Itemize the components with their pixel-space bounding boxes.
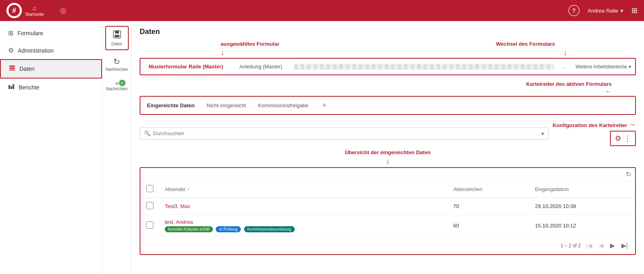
icon-bar: Daten ↻ Nachreichen 0 ✉ Nachrichten — [102, 21, 132, 274]
annotation-uebersicht-text: Übersicht der eingereichten Daten — [345, 149, 431, 155]
refresh-row: ↻ — [140, 168, 635, 181]
home-nav-item[interactable]: ⌂ Startseite — [25, 4, 44, 17]
pin-icon[interactable]: ◎ — [60, 6, 66, 15]
row1-checkbox[interactable] — [146, 202, 153, 209]
uebersicht-arrow: ↓ — [140, 157, 636, 166]
sidebar-item-administration[interactable]: ⚙ Administration — [0, 42, 102, 59]
berichte-icon — [8, 83, 15, 91]
row1-eingangsdatum: 29.10.2020 10:38 — [529, 198, 635, 215]
search-icon: 🔍 — [144, 130, 151, 136]
navbar: # ⌂ Startseite ◎ ? Andrea Raile ▾ ⊞ — [0, 0, 644, 21]
sidebar-item-berichte[interactable]: Berichte — [0, 79, 102, 96]
arrow-ausgewaehlt: ↓ — [221, 49, 224, 57]
logo-area: # ⌂ Startseite — [6, 3, 44, 18]
arrow-wechsel: ↓ — [563, 49, 567, 57]
row2-tags: formelle Kriterien erfüllt in Prüfung Ko… — [165, 225, 442, 232]
data-table: Absender ↑ Aktenzeichen Eingangsdatum Te… — [140, 181, 635, 237]
form-tabs: Musterformular Raile (Master) Anleitung … — [140, 59, 635, 74]
iconbar-nachreichen-icon: ↻ — [113, 57, 120, 66]
daten-icon — [9, 65, 15, 73]
save-svg-icon — [113, 30, 121, 39]
config-icons-box: ⚙ ⋮ — [610, 131, 636, 146]
select-all-checkbox[interactable] — [146, 185, 153, 192]
data-tabs-container: Eingereichte Daten Nicht eingereicht Kom… — [140, 96, 636, 115]
row1-absender: Test3, Max — [159, 198, 448, 215]
grid-button[interactable]: ⊞ — [631, 6, 638, 15]
navbar-right: ? Andrea Raile ▾ ⊞ — [568, 5, 638, 16]
tag-pruefung: in Prüfung — [216, 226, 241, 232]
svg-rect-9 — [115, 31, 119, 34]
iconbar-nachrichten-label: Nachrichten — [106, 87, 128, 91]
svg-text:#: # — [12, 6, 16, 15]
data-tab-kommission[interactable]: Kommissionsfreigabe — [258, 101, 308, 110]
sidebar-label-daten: Daten — [19, 66, 34, 72]
user-name: Andrea Raile — [588, 8, 618, 14]
iconbar-nachrichten-icon: ✉ — [115, 81, 119, 86]
form-tabs-container: Musterformular Raile (Master) Anleitung … — [140, 58, 636, 75]
form-tab-gray-bar — [294, 64, 554, 70]
row2-absender-link[interactable]: test, Andrea — [165, 219, 193, 225]
iconbar-nachrichten[interactable]: 0 ✉ Nachrichten — [105, 78, 129, 94]
sidebar-item-formulare[interactable]: ⊞ Formulare — [0, 24, 102, 42]
row2-eingangsdatum: 15.10.2020 10:12 — [529, 215, 635, 237]
nachrichten-badge: 0 — [119, 80, 125, 86]
logo-icon: # — [6, 3, 22, 18]
top-annotations: ausgewähltes Formular Wechsel des Formul… — [140, 41, 636, 49]
data-table-container: ↻ Absender ↑ Aktenzeichen Eingangsdatum — [140, 167, 636, 255]
iconbar-daten-label: Daten — [111, 42, 122, 46]
annotation-konfiguration: Konfiguration des Karteireiter → — [553, 121, 636, 129]
search-dropdown-icon[interactable]: ▾ — [541, 130, 544, 137]
karteireiter-arrow: ← — [140, 88, 636, 95]
data-tab-add-button[interactable]: + — [322, 101, 327, 110]
sidebar-item-daten[interactable]: Daten — [0, 59, 102, 79]
annotation-karteireiter: Karteireiter des aktiven Formulars — [526, 81, 612, 87]
settings-icon[interactable]: ⚙ — [615, 134, 621, 143]
svg-rect-3 — [9, 68, 15, 69]
svg-rect-2 — [9, 66, 15, 67]
arrow-uebersicht: ↓ — [386, 157, 390, 165]
table-row: test, Andrea formelle Kriterien erfüllt … — [140, 215, 635, 237]
form-tab-arrows: ↓ ↓ — [140, 49, 636, 58]
svg-rect-5 — [9, 85, 10, 89]
col-eingangsdatum: Eingangsdatum — [529, 181, 635, 198]
col-aktenzeichen: Aktenzeichen — [448, 181, 529, 198]
svg-rect-7 — [13, 84, 14, 89]
form-tab-muster[interactable]: Musterformular Raile (Master) — [145, 61, 227, 72]
row2-aktenzeichen: 60 — [448, 215, 529, 237]
svg-rect-10 — [115, 35, 119, 37]
row1-checkbox-cell — [140, 198, 159, 215]
search-and-config-row: 🔍 ▾ Konfiguration des Karteireiter → ⚙ ⋮ — [140, 121, 636, 146]
hash-logo-svg: # — [9, 5, 20, 16]
row1-absender-link[interactable]: Test3, Max — [165, 203, 190, 209]
iconbar-nachreichen-label: Nachreichen — [105, 67, 128, 72]
sidebar: ⊞ Formulare ⚙ Administration Daten — [0, 21, 102, 274]
tag-kommissionsbeurteilung: Kommissionsbeurteilung — [244, 226, 295, 232]
svg-rect-4 — [9, 70, 15, 70]
iconbar-daten[interactable]: Daten — [105, 26, 129, 50]
help-button[interactable]: ? — [568, 5, 580, 16]
form-tab-more[interactable]: Weitere Arbeitsbereiche ▾ — [576, 64, 631, 70]
tag-formelle: formelle Kriterien erfüllt — [165, 226, 213, 232]
pagination-next[interactable]: ▶ — [608, 241, 616, 250]
table-body: Test3, Max 70 29.10.2020 10:38 test, And… — [140, 198, 635, 237]
row2-checkbox[interactable] — [146, 221, 153, 229]
main-panel: Daten ausgewähltes Formular Wechsel des … — [132, 21, 644, 274]
pagination-last[interactable]: ▶| — [620, 241, 629, 250]
config-area: Konfiguration des Karteireiter → ⚙ ⋮ — [553, 121, 636, 146]
form-tab-anleitung[interactable]: Anleitung (Master) — [235, 61, 286, 72]
pagination-prev[interactable]: ◀ — [597, 241, 605, 250]
data-tab-nicht[interactable]: Nicht eingereicht — [207, 101, 246, 110]
pagination-first[interactable]: |◀ — [584, 241, 594, 250]
berichte-svg-icon — [8, 83, 15, 90]
col-absender[interactable]: Absender ↑ — [159, 181, 448, 198]
uebersicht-annotation: Übersicht der eingereichten Daten — [140, 149, 636, 155]
refresh-icon[interactable]: ↻ — [626, 170, 631, 178]
user-menu[interactable]: Andrea Raile ▾ — [588, 8, 623, 14]
administration-icon: ⚙ — [8, 47, 14, 54]
search-input[interactable] — [153, 130, 540, 136]
more-options-icon[interactable]: ⋮ — [624, 134, 631, 143]
iconbar-nachreichen[interactable]: ↻ Nachreichen — [105, 53, 129, 75]
annotation-konfiguration-text: Konfiguration des Karteireiter — [553, 122, 627, 128]
sidebar-label-berichte: Berichte — [19, 84, 39, 91]
data-tab-eingereicht[interactable]: Eingereichte Daten — [147, 101, 195, 110]
